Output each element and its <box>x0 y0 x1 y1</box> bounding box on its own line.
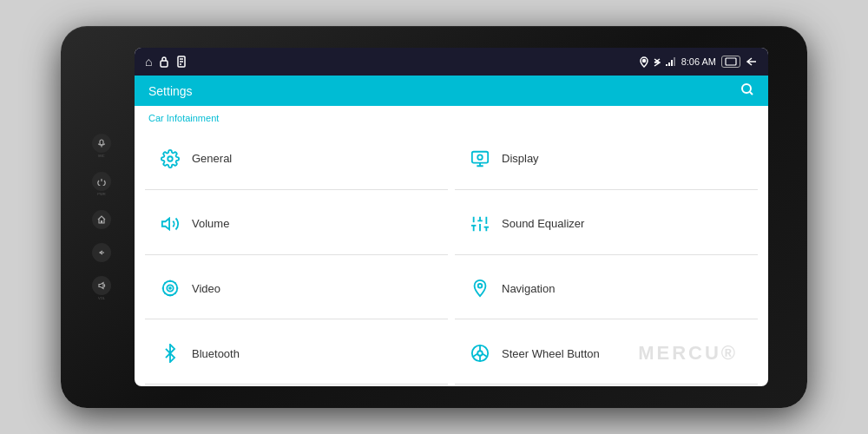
bluetooth-settings-icon <box>159 342 181 365</box>
svg-point-25 <box>169 287 171 289</box>
svg-point-9 <box>742 84 751 93</box>
mic-button[interactable]: MIC <box>92 134 111 158</box>
steer-wheel-icon <box>469 342 491 365</box>
mic-label: MIC <box>98 154 104 158</box>
lock-icon <box>159 56 169 68</box>
device-frame: MIC PWR <box>61 26 807 408</box>
settings-title: Settings <box>148 84 193 98</box>
home-side-button[interactable] <box>92 210 111 229</box>
general-icon <box>159 148 181 170</box>
left-side-buttons: MIC PWR <box>92 134 111 300</box>
steer-wheel-label: Steer Wheel Button <box>502 347 600 360</box>
status-left: ⌂ <box>145 55 187 69</box>
file-icon <box>176 56 187 68</box>
svg-rect-11 <box>472 152 488 163</box>
svg-point-10 <box>168 156 173 161</box>
svg-rect-6 <box>671 60 673 66</box>
navigation-icon <box>469 277 491 299</box>
menu-item-volume[interactable]: Volume <box>145 194 448 255</box>
menu-item-display[interactable]: Display <box>455 128 758 190</box>
video-label: Video <box>192 282 220 295</box>
menu-item-video[interactable]: Video <box>145 259 448 320</box>
volume-label: Volume <box>192 217 229 230</box>
signal-icon <box>666 57 676 66</box>
general-label: General <box>192 152 232 165</box>
svg-rect-7 <box>674 57 675 66</box>
svg-point-26 <box>478 284 483 288</box>
search-button[interactable] <box>740 82 754 99</box>
bluetooth-icon <box>654 56 661 68</box>
volume-icon <box>159 213 181 235</box>
svg-rect-5 <box>668 62 670 66</box>
menu-item-steer-wheel[interactable]: Steer Wheel Button <box>455 323 758 385</box>
screen-rect-icon <box>721 56 740 68</box>
sound-equalizer-label: Sound Equalizer <box>502 217 584 230</box>
svg-rect-1 <box>161 61 168 67</box>
menu-item-sound-equalizer[interactable]: Sound Equalizer <box>455 194 758 255</box>
section-label: Car Infotainment <box>135 106 768 127</box>
screen: ⌂ <box>135 48 768 386</box>
settings-grid: General Display <box>135 127 768 386</box>
power-button[interactable]: PWR <box>92 172 111 196</box>
svg-point-12 <box>477 155 483 160</box>
menu-item-general[interactable]: General <box>145 128 448 190</box>
vol-side-button[interactable]: VOL <box>92 276 111 300</box>
svg-rect-8 <box>726 58 736 65</box>
svg-point-28 <box>477 351 483 356</box>
back-side-button[interactable] <box>92 243 111 262</box>
svg-rect-4 <box>666 64 667 66</box>
svg-rect-0 <box>100 140 103 145</box>
settings-header: Settings <box>135 76 768 106</box>
status-bar: ⌂ <box>135 48 768 76</box>
video-icon <box>159 277 181 299</box>
equalizer-icon <box>469 213 491 235</box>
menu-item-bluetooth[interactable]: Bluetooth <box>145 323 448 385</box>
display-label: Display <box>502 152 539 165</box>
status-center: 8:06 AM <box>640 56 758 68</box>
pwr-label: PWR <box>97 192 105 196</box>
time-display: 8:06 AM <box>681 56 716 67</box>
bluetooth-label: Bluetooth <box>192 347 240 360</box>
screen-content: ⌂ <box>135 48 768 386</box>
home-icon[interactable]: ⌂ <box>145 55 152 69</box>
back-icon[interactable] <box>746 56 758 67</box>
menu-item-navigation[interactable]: Navigation <box>455 259 758 320</box>
svg-point-3 <box>642 59 645 62</box>
navigation-label: Navigation <box>502 282 555 295</box>
vol-label: VOL <box>98 296 105 300</box>
location-icon <box>640 56 648 68</box>
display-icon <box>469 148 491 170</box>
svg-marker-13 <box>162 218 169 229</box>
